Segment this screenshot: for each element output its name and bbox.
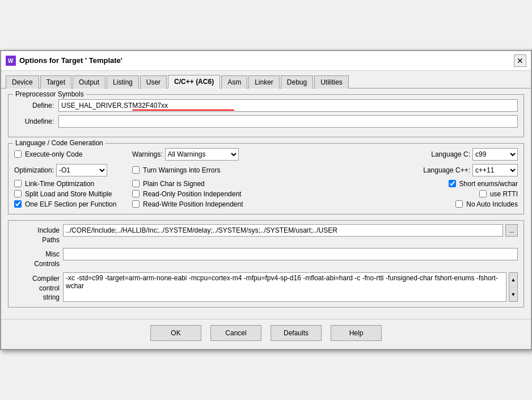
read-only-label: Read-Only Position Independent xyxy=(143,190,241,198)
tab-utilities[interactable]: Utilities xyxy=(314,75,349,89)
read-only-checkbox[interactable] xyxy=(132,190,140,197)
warnings-select[interactable]: All Warnings No Warnings xyxy=(165,148,239,161)
define-input[interactable] xyxy=(58,99,518,112)
execute-only-checkbox[interactable] xyxy=(14,150,22,158)
compiler-control-label: Compiler control string xyxy=(14,272,60,302)
misc-controls-label: Misc Controls xyxy=(14,248,60,269)
tabs-row: Device Target Output Listing User C/C++ … xyxy=(1,71,531,89)
split-load-checkbox[interactable] xyxy=(14,190,22,197)
split-load-row: Split Load and Store Multiple xyxy=(14,190,128,198)
svg-text:W: W xyxy=(8,58,14,64)
language-c-select[interactable]: c99 c11 xyxy=(472,148,518,161)
misc-controls-row: Misc Controls xyxy=(14,248,518,269)
use-rtti-row: use RTTI xyxy=(479,190,518,198)
include-paths-input-wrap: ... xyxy=(63,224,518,237)
define-row: Define: xyxy=(14,99,518,112)
short-enums-checkbox[interactable] xyxy=(449,180,456,187)
read-only-row: Read-Only Position Independent xyxy=(132,190,475,198)
turn-warnings-label: Turn Warnings into Errors xyxy=(143,166,220,174)
link-time-label: Link-Time Optimization xyxy=(25,180,94,188)
language-cpp-label: Language C++: xyxy=(423,166,470,174)
tab-asm[interactable]: Asm xyxy=(221,75,247,89)
include-paths-label: Include Paths xyxy=(14,224,60,245)
read-write-row: Read-Write Position Independent xyxy=(132,200,451,208)
include-paths-input[interactable] xyxy=(63,224,503,237)
preprocessor-title: Preprocessor Symbols xyxy=(13,90,86,98)
cancel-button[interactable]: Cancel xyxy=(210,325,261,341)
one-elf-row: One ELF Section per Function xyxy=(14,200,128,208)
one-elf-checkbox[interactable] xyxy=(14,200,22,208)
dialog-title: Options for Target ' Template' xyxy=(19,56,123,65)
undefine-row: Undefine: xyxy=(14,115,518,128)
one-elf-label: One ELF Section per Function xyxy=(25,200,116,208)
titlebar-left: W Options for Target ' Template' xyxy=(6,56,123,66)
compiler-control-textarea[interactable]: -xc -std=c99 -target=arm-arm-none-eabi -… xyxy=(63,272,506,302)
tab-device[interactable]: Device xyxy=(6,75,39,89)
define-label: Define: xyxy=(14,102,54,110)
turn-warnings-row: Turn Warnings into Errors xyxy=(132,166,419,174)
plain-char-label: Plain Char is Signed xyxy=(143,180,205,188)
read-write-label: Read-Write Position Independent xyxy=(143,200,243,208)
preprocessor-group: Preprocessor Symbols Define: Undefine: xyxy=(8,94,524,137)
short-enums-label: Short enums/wchar xyxy=(459,180,518,188)
link-time-row: Link-Time Optimization xyxy=(14,180,128,188)
language-c-label: Language C: xyxy=(431,150,470,158)
language-title: Language / Code Generation xyxy=(13,139,105,147)
scroll-down-btn[interactable]: ▼ xyxy=(509,287,517,301)
warnings-label: Warnings: xyxy=(132,150,163,158)
undefine-input[interactable] xyxy=(58,115,518,128)
spell-underline xyxy=(132,110,234,111)
ok-button[interactable]: OK xyxy=(150,325,201,341)
tab-target[interactable]: Target xyxy=(40,75,71,89)
scroll-up-btn[interactable]: ▲ xyxy=(509,273,517,288)
content-area: Preprocessor Symbols Define: Undefine: L… xyxy=(1,89,531,319)
tab-listing[interactable]: Listing xyxy=(107,75,139,89)
short-enums-row: Short enums/wchar xyxy=(449,180,518,188)
plain-char-row: Plain Char is Signed xyxy=(132,180,444,188)
language-group: Language / Code Generation Execute-only … xyxy=(8,143,524,214)
dialog: W Options for Target ' Template' ✕ Devic… xyxy=(0,50,532,351)
close-button[interactable]: ✕ xyxy=(514,54,526,67)
compiler-control-row: Compiler control string -xc -std=c99 -ta… xyxy=(14,272,518,302)
optimization-label: Optimization: xyxy=(14,166,54,174)
use-rtti-checkbox[interactable] xyxy=(479,190,487,197)
include-paths-browse[interactable]: ... xyxy=(505,224,518,237)
language-cpp-select[interactable]: c++11 c++14 xyxy=(472,164,518,176)
defaults-button[interactable]: Defaults xyxy=(271,325,322,341)
link-time-checkbox[interactable] xyxy=(14,180,22,187)
tab-output[interactable]: Output xyxy=(73,75,105,89)
tab-debug[interactable]: Debug xyxy=(281,75,313,89)
turn-warnings-checkbox[interactable] xyxy=(132,166,140,174)
no-auto-row: No Auto Includes xyxy=(455,200,518,208)
compiler-scroll[interactable]: ▲ ▼ xyxy=(509,272,518,302)
tab-user[interactable]: User xyxy=(140,75,167,89)
use-rtti-label: use RTTI xyxy=(490,190,518,198)
undefine-label: Undefine: xyxy=(14,117,54,125)
tab-linker[interactable]: Linker xyxy=(248,75,280,89)
define-input-wrap xyxy=(58,99,518,112)
misc-controls-input-wrap xyxy=(63,248,518,260)
bottom-fields: Include Paths ... Misc Controls Compiler… xyxy=(8,220,524,308)
read-write-checkbox[interactable] xyxy=(132,200,140,208)
optimization-select[interactable]: -O0 -O1 -O2 xyxy=(56,164,107,176)
footer: OK Cancel Defaults Help xyxy=(1,319,531,349)
execute-only-label: Execute-only Code xyxy=(25,150,82,158)
app-icon: W xyxy=(6,56,16,66)
no-auto-label: No Auto Includes xyxy=(466,200,518,208)
titlebar: W Options for Target ' Template' ✕ xyxy=(1,51,531,71)
tab-cpp-ac6[interactable]: C/C++ (AC6) xyxy=(168,75,220,89)
execute-only-row: Execute-only Code xyxy=(14,150,128,158)
split-load-label: Split Load and Store Multiple xyxy=(25,190,112,198)
compiler-control-input-wrap: -xc -std=c99 -target=arm-arm-none-eabi -… xyxy=(63,272,518,302)
plain-char-checkbox[interactable] xyxy=(132,180,140,187)
include-paths-row: Include Paths ... xyxy=(14,224,518,245)
misc-controls-input[interactable] xyxy=(63,248,518,260)
no-auto-checkbox[interactable] xyxy=(455,200,463,208)
help-button[interactable]: Help xyxy=(331,325,382,341)
